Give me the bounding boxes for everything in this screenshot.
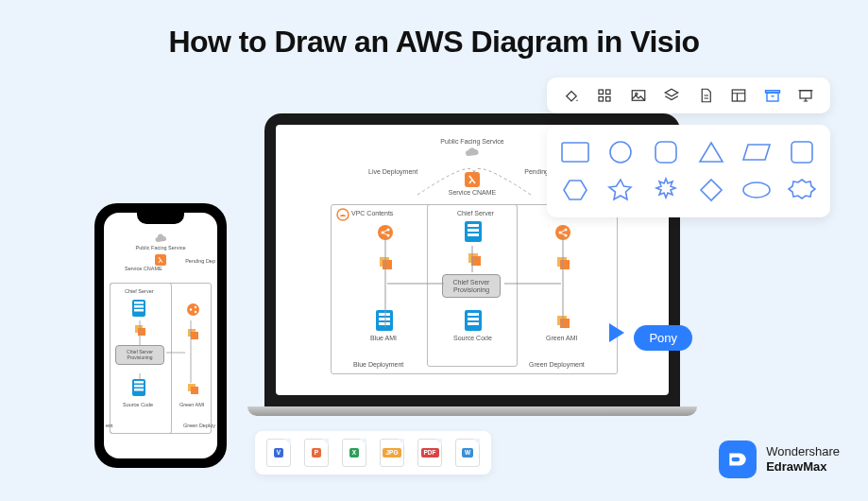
shape-parallelogram[interactable] bbox=[740, 138, 774, 166]
label: Blue Deployment bbox=[353, 361, 403, 368]
grid-icon[interactable] bbox=[596, 87, 613, 104]
shape-burst[interactable] bbox=[649, 176, 683, 204]
image-icon[interactable] bbox=[630, 87, 647, 104]
phone-canvas: Public Facing Service Service CNAME Pend… bbox=[104, 213, 217, 458]
file-jpg[interactable]: JPG bbox=[380, 439, 404, 467]
label: Public Facing Service bbox=[440, 138, 503, 145]
laptop-base bbox=[247, 406, 697, 416]
brand-logo-icon bbox=[719, 441, 757, 478]
shape-diamond[interactable] bbox=[694, 176, 728, 204]
svg-rect-9 bbox=[562, 143, 588, 162]
toolbar bbox=[547, 78, 830, 113]
svg-rect-11 bbox=[655, 142, 676, 163]
cursor-label: Pony bbox=[634, 325, 692, 351]
file-excel[interactable]: X bbox=[342, 439, 366, 467]
brand-text: Wondershare EdrawMax bbox=[766, 444, 840, 474]
svg-rect-3 bbox=[606, 97, 611, 102]
shape-seal[interactable] bbox=[785, 176, 819, 204]
svg-rect-12 bbox=[791, 142, 812, 163]
layout-icon[interactable] bbox=[730, 87, 747, 104]
archive-icon[interactable] bbox=[764, 87, 781, 104]
collab-cursor: Pony bbox=[609, 323, 692, 351]
label: Service CNAME bbox=[125, 266, 162, 271]
shape-ellipse[interactable] bbox=[740, 176, 774, 204]
file-format-row: V P X JPG PDF W bbox=[255, 431, 491, 475]
brand-line1: Wondershare bbox=[766, 444, 840, 459]
phone-notch bbox=[137, 213, 184, 224]
shape-rectangle[interactable] bbox=[558, 138, 592, 166]
layers-icon[interactable] bbox=[663, 87, 680, 104]
label: Pending Dep bbox=[185, 258, 215, 264]
svg-point-10 bbox=[610, 142, 631, 163]
file-word[interactable]: W bbox=[455, 439, 480, 467]
svg-rect-8 bbox=[800, 91, 811, 98]
file-ppt[interactable]: P bbox=[304, 439, 329, 467]
lambda-icon bbox=[155, 254, 166, 266]
cursor-icon bbox=[609, 323, 624, 342]
file-pdf[interactable]: PDF bbox=[417, 439, 442, 467]
shape-star[interactable] bbox=[604, 176, 638, 204]
file-visio[interactable]: V bbox=[266, 439, 291, 467]
shapes-panel bbox=[547, 125, 830, 217]
page-icon[interactable] bbox=[697, 87, 714, 104]
svg-rect-6 bbox=[733, 90, 746, 101]
label: Green Deployment bbox=[529, 361, 585, 368]
tools-panel bbox=[547, 78, 830, 217]
connectors bbox=[110, 283, 212, 434]
phone-mockup: Public Facing Service Service CNAME Pend… bbox=[94, 203, 227, 468]
shape-hexagon[interactable] bbox=[558, 176, 592, 204]
connectors bbox=[331, 204, 618, 374]
svg-point-13 bbox=[743, 182, 770, 198]
shape-rounded-square2[interactable] bbox=[785, 138, 819, 166]
svg-rect-1 bbox=[606, 90, 611, 95]
brand-line2: EdrawMax bbox=[766, 459, 840, 475]
svg-rect-7 bbox=[767, 93, 778, 101]
fill-icon[interactable] bbox=[563, 87, 580, 104]
shape-triangle[interactable] bbox=[694, 138, 728, 166]
page-title: How to Draw an AWS Diagram in Visio bbox=[0, 0, 868, 60]
svg-rect-63 bbox=[732, 458, 740, 461]
shape-circle[interactable] bbox=[604, 138, 638, 166]
shape-rounded-square[interactable] bbox=[649, 138, 683, 166]
brand-logo-group: Wondershare EdrawMax bbox=[719, 441, 840, 478]
cloud-icon bbox=[154, 233, 167, 244]
svg-rect-2 bbox=[599, 97, 604, 102]
label: Public Facing Service bbox=[136, 245, 186, 250]
svg-rect-0 bbox=[599, 90, 604, 95]
presentation-icon[interactable] bbox=[797, 87, 814, 104]
